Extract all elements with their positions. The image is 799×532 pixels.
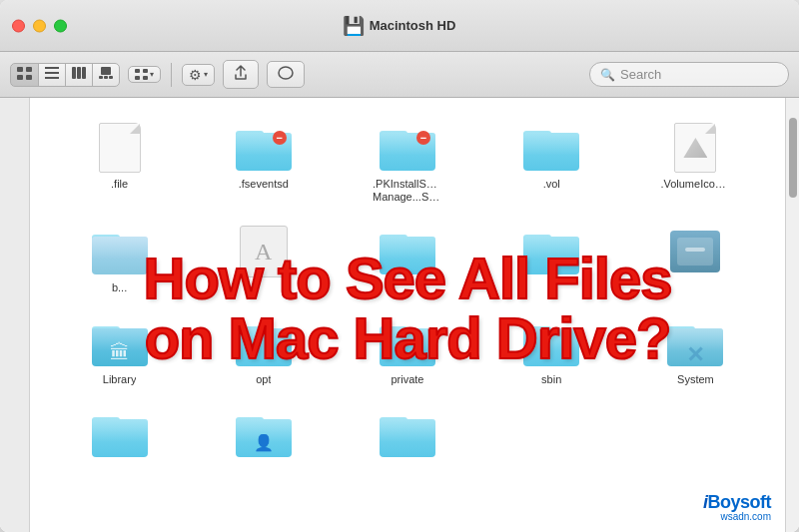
list-item[interactable] bbox=[338, 222, 476, 298]
minimize-button[interactable] bbox=[33, 19, 46, 32]
toolbar-separator bbox=[171, 63, 172, 87]
list-item[interactable]: private bbox=[338, 313, 476, 390]
view-cover-button[interactable] bbox=[93, 64, 119, 86]
share-button[interactable] bbox=[223, 60, 259, 89]
view-mode-group bbox=[10, 63, 120, 87]
list-item[interactable]: .file bbox=[50, 118, 189, 208]
sidebar bbox=[0, 98, 30, 532]
list-item[interactable] bbox=[482, 222, 621, 298]
svg-rect-0 bbox=[17, 67, 23, 72]
list-item[interactable]: 🏛 Library bbox=[50, 313, 189, 390]
folder-icon bbox=[523, 320, 579, 366]
file-icon-wrap bbox=[378, 317, 437, 369]
tag-button[interactable] bbox=[267, 61, 305, 88]
file-grid-row4: 👤 bbox=[50, 404, 765, 468]
svg-rect-11 bbox=[99, 76, 103, 79]
folder-body-light bbox=[92, 237, 148, 274]
file-label: System bbox=[677, 373, 714, 386]
folder-body-light bbox=[236, 328, 292, 366]
file-icon-wrap bbox=[665, 122, 725, 174]
file-label: .vol bbox=[543, 178, 560, 191]
list-item[interactable]: .fseventsd bbox=[194, 118, 333, 208]
svg-rect-17 bbox=[143, 76, 148, 80]
folder-icon bbox=[380, 125, 435, 171]
file-label: .PKInstallSandboxManage...Software bbox=[373, 178, 442, 204]
list-item[interactable]: A bbox=[194, 222, 333, 298]
list-item[interactable]: b... bbox=[50, 222, 189, 298]
gear-dropdown-arrow: ▾ bbox=[204, 70, 208, 79]
list-item[interactable] bbox=[338, 404, 476, 468]
file-icon-wrap: 👤 bbox=[234, 408, 294, 460]
folder-icon bbox=[380, 320, 435, 366]
file-icon-wrap bbox=[378, 226, 437, 277]
list-view-icon bbox=[45, 67, 59, 79]
svg-rect-7 bbox=[72, 67, 76, 79]
folder-body-light bbox=[380, 419, 435, 457]
folder-icon bbox=[236, 320, 292, 366]
file-label: Library bbox=[103, 373, 137, 386]
view-list-button[interactable] bbox=[39, 64, 66, 86]
brand-name: iBoysoft bbox=[703, 492, 771, 513]
list-item[interactable]: 👤 bbox=[194, 404, 333, 468]
view-options-button[interactable]: ▾ bbox=[128, 66, 161, 83]
brand-name-text: Boysoft bbox=[708, 492, 772, 512]
file-icon-wrap bbox=[521, 317, 581, 369]
view-icon-button[interactable] bbox=[11, 64, 39, 86]
folder-body-light bbox=[380, 328, 435, 366]
toolbar: ▾ ⚙ ▾ 🔍 bbox=[0, 52, 799, 98]
dropdown-arrow-icon: ▾ bbox=[150, 70, 154, 79]
search-input[interactable] bbox=[620, 67, 778, 82]
svg-point-18 bbox=[279, 67, 293, 79]
file-label: .file bbox=[111, 178, 128, 191]
search-icon: 🔍 bbox=[600, 68, 615, 82]
document-icon bbox=[674, 123, 716, 173]
svg-rect-16 bbox=[135, 76, 140, 80]
file-icon-wrap bbox=[665, 226, 725, 277]
folder-icon bbox=[92, 411, 148, 457]
svg-rect-9 bbox=[82, 67, 86, 79]
file-icon-wrap bbox=[521, 226, 581, 277]
file-icon-wrap bbox=[234, 317, 294, 369]
list-item[interactable]: .PKInstallSandboxManage...Software bbox=[338, 118, 476, 208]
cover-view-icon bbox=[99, 67, 113, 79]
list-item[interactable] bbox=[50, 404, 189, 468]
brand-url: wsadn.com bbox=[720, 511, 771, 522]
folder-icon bbox=[380, 411, 435, 457]
svg-rect-13 bbox=[109, 76, 113, 79]
list-item[interactable]: .vol bbox=[482, 118, 621, 208]
columns-view-icon bbox=[72, 67, 86, 79]
file-icon-wrap bbox=[378, 122, 437, 174]
list-item[interactable]: opt bbox=[194, 313, 333, 390]
library-building-icon: 🏛 bbox=[110, 340, 130, 363]
close-button[interactable] bbox=[12, 19, 25, 32]
scrollbar[interactable] bbox=[785, 98, 799, 532]
view-columns-button[interactable] bbox=[66, 64, 93, 86]
title-bar: 💾 Macintosh HD bbox=[0, 0, 799, 52]
file-label: b... bbox=[112, 281, 127, 294]
list-item[interactable] bbox=[626, 222, 765, 298]
folder-body-light bbox=[380, 237, 435, 274]
file-icon-wrap bbox=[234, 122, 294, 174]
folder-body-light bbox=[92, 419, 148, 457]
window-controls bbox=[12, 19, 67, 32]
svg-rect-6 bbox=[45, 77, 59, 79]
folder-icon bbox=[380, 229, 435, 274]
maximize-button[interactable] bbox=[54, 19, 67, 32]
folder-icon bbox=[523, 229, 579, 274]
window-title: Macintosh HD bbox=[370, 18, 456, 33]
list-item[interactable]: .VolumeIcon.icns bbox=[626, 118, 765, 208]
folder-badge-icon bbox=[273, 131, 287, 145]
svg-rect-3 bbox=[26, 75, 32, 80]
title-bar-center: 💾 Macintosh HD bbox=[344, 17, 456, 35]
folder-icon bbox=[92, 229, 148, 274]
scrollbar-thumb[interactable] bbox=[789, 118, 797, 198]
folder-icon bbox=[523, 125, 579, 171]
list-item[interactable]: sbin bbox=[482, 313, 621, 390]
file-icon-wrap bbox=[90, 122, 150, 174]
action-button[interactable]: ⚙ ▾ bbox=[182, 64, 215, 86]
list-item[interactable]: ✕ System bbox=[626, 313, 765, 390]
file-label: .VolumeIcon.icns bbox=[660, 178, 730, 191]
file-area: .file .fseventsd bbox=[30, 98, 785, 532]
file-icon-wrap: 🏛 bbox=[90, 317, 150, 369]
finder-window: 💾 Macintosh HD bbox=[0, 0, 799, 532]
